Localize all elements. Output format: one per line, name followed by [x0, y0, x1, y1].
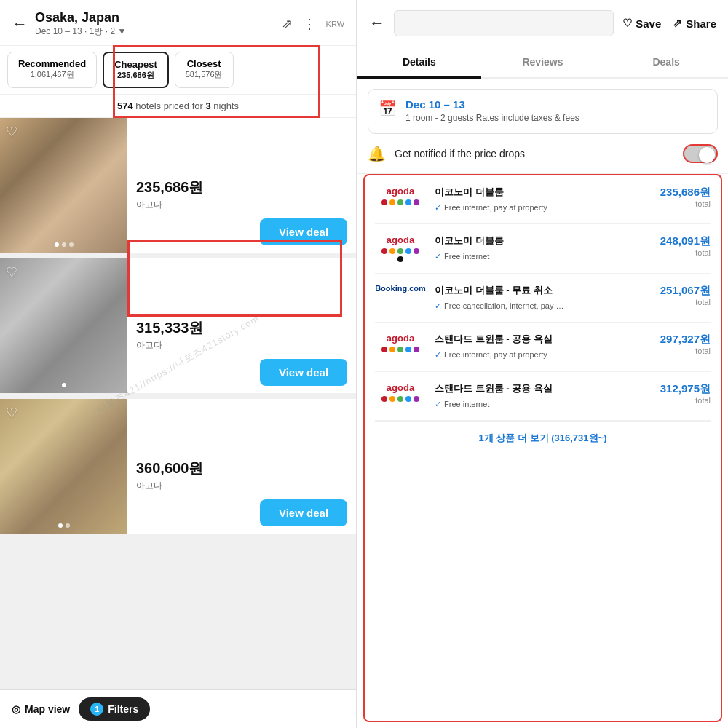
- deal-price: 235,686원: [660, 186, 711, 199]
- sort-bar: Recommended 1,061,467원 Cheapest 235,686원…: [0, 46, 356, 95]
- hotel-price: 315,333원: [136, 318, 347, 338]
- deals-list: agoda 이코노미 더블룸 ✓ Free internet, pay at p…: [363, 174, 722, 722]
- provider-dot: [397, 256, 403, 262]
- view-deal-button[interactable]: View deal: [260, 499, 347, 526]
- currency-label: KRW: [326, 20, 344, 28]
- share-label: Share: [686, 17, 716, 30]
- deal-price-col: 235,686원 total: [660, 186, 711, 208]
- deal-feature-text: Free internet, pay at property: [444, 202, 547, 214]
- hotel-info: 235,686원 아고다 View deal: [127, 118, 356, 253]
- deal-room-name: 스탠다드 트윈룸 - 공용 욕실: [435, 333, 652, 346]
- hotel-image: ♡: [0, 399, 127, 534]
- hotel-name-input: [394, 10, 614, 36]
- map-view-label: Map view: [25, 703, 70, 715]
- more-options-button[interactable]: ⋮: [303, 16, 316, 32]
- provider-logo: agoda: [375, 186, 426, 205]
- chip-cheapest-price: 235,686원: [114, 70, 157, 81]
- view-deal-button[interactable]: View deal: [260, 359, 347, 386]
- chip-closest-label: Closest: [186, 58, 223, 69]
- save-button[interactable]: ♡ Save: [622, 17, 661, 30]
- left-header: ← Osaka, Japan Dec 10 – 13 · 1방 · 2 ▼ ⇗ …: [0, 0, 356, 46]
- filter-count-badge: 1: [90, 703, 103, 716]
- hotel-card: ♡ 360,600원 아고다 View deal: [0, 399, 356, 534]
- check-icon: ✓: [435, 202, 441, 214]
- favorite-icon[interactable]: ♡: [6, 405, 17, 421]
- favorite-icon[interactable]: ♡: [6, 124, 17, 140]
- provider-dot: [405, 396, 411, 402]
- dot-3: [69, 242, 74, 247]
- date-info-box: 📅 Dec 10 – 13 1 room - 2 guests Rates in…: [368, 89, 718, 134]
- check-icon: ✓: [435, 250, 441, 263]
- hotel-list: ♡ 235,686원 아고다 View deal ♡: [0, 118, 356, 689]
- deal-feature-text: Free cancellation, internet, pay …: [444, 300, 563, 312]
- deal-details: 스탠다드 트윈룸 - 공용 욕실 ✓ Free internet, pay at…: [435, 333, 652, 361]
- deal-feature: ✓ Free cancellation, internet, pay …: [435, 300, 652, 312]
- dot-2: [66, 523, 70, 528]
- provider-dot: [381, 199, 387, 205]
- deal-room-name: 스탠다드 트윈룸 - 공용 욕실: [435, 382, 652, 395]
- deal-total: total: [660, 248, 711, 257]
- sort-chip-cheapest[interactable]: Cheapest 235,686원: [103, 52, 169, 88]
- favorite-icon[interactable]: ♡: [6, 264, 17, 280]
- share-button[interactable]: ⇗ Share: [673, 17, 716, 30]
- map-view-button[interactable]: ◎ Map view: [12, 703, 70, 715]
- chip-closest-price: 581,576원: [186, 69, 223, 80]
- right-header: ← ♡ Save ⇗ Share: [357, 0, 728, 47]
- share-icon-button[interactable]: ⇗: [282, 16, 293, 32]
- filters-button[interactable]: 1 Filters: [79, 697, 150, 721]
- sort-chip-recommended[interactable]: Recommended 1,061,467원: [7, 52, 97, 88]
- deal-feature-text: Free internet, pay at property: [444, 349, 547, 361]
- deal-details: 스탠다드 트윈룸 - 공용 욕실 ✓ Free internet: [435, 382, 652, 411]
- right-back-button[interactable]: ←: [369, 14, 385, 33]
- deal-total: total: [660, 347, 711, 355]
- deal-feature: ✓ Free internet: [435, 398, 652, 411]
- hotel-image: ♡: [0, 118, 127, 253]
- view-deal-button[interactable]: View deal: [260, 218, 347, 245]
- provider-dot: [414, 347, 419, 352]
- deal-room-name: 이코노미 더블룸: [435, 186, 652, 199]
- provider-name: agoda: [387, 382, 414, 393]
- tab-reviews[interactable]: Reviews: [481, 47, 605, 79]
- provider-dots: [381, 347, 419, 352]
- hotel-card: ♡ 235,686원 아고다 View deal: [0, 118, 356, 253]
- map-icon: ◎: [12, 703, 20, 715]
- hotel-image: ♡: [0, 258, 127, 393]
- hotel-provider: 아고다: [136, 339, 347, 352]
- price-drop-toggle[interactable]: [683, 144, 718, 163]
- provider-dot: [397, 347, 403, 352]
- deal-price: 251,067원: [660, 284, 711, 298]
- deal-price: 312,975원: [660, 382, 711, 396]
- provider-dots: [379, 248, 422, 262]
- tabs-bar: Details Reviews Deals: [357, 47, 728, 79]
- provider-dot: [397, 396, 403, 402]
- right-header-actions: ♡ Save ⇗ Share: [622, 17, 716, 30]
- deal-feature: ✓ Free internet, pay at property: [435, 349, 652, 361]
- destination-title: Osaka, Japan: [35, 10, 274, 25]
- sort-chip-closest[interactable]: Closest 581,576원: [175, 52, 234, 88]
- more-deals-button[interactable]: 1개 상품 더 보기 (316,731원~): [375, 421, 711, 455]
- provider-name: agoda: [387, 333, 414, 344]
- provider-dot: [389, 347, 395, 352]
- notify-text: Get notified if the price drops: [395, 148, 674, 159]
- hotel-provider: 아고다: [136, 480, 347, 492]
- back-button[interactable]: ←: [12, 15, 28, 33]
- provider-name: agoda: [387, 186, 414, 197]
- provider-dot: [405, 199, 411, 205]
- room-info: 1 room - 2 guests Rates include taxes & …: [405, 112, 579, 124]
- check-icon: ✓: [435, 349, 441, 361]
- deal-feature: ✓ Free internet, pay at property: [435, 202, 652, 214]
- deal-details: 이코노미 더블룸 ✓ Free internet, pay at propert…: [435, 186, 652, 214]
- check-icon: ✓: [435, 300, 441, 312]
- deal-feature-text: Free internet: [444, 250, 489, 263]
- chip-cheapest-label: Cheapest: [114, 59, 157, 70]
- tab-deals[interactable]: Deals: [604, 47, 728, 79]
- hotel-info: 315,333원 아고다 View deal: [127, 258, 356, 393]
- heart-icon: ♡: [622, 17, 632, 30]
- deal-item: agoda 이코노미 더블룸 ✓ Free internet, pay at p…: [375, 175, 711, 225]
- image-dots: [55, 242, 74, 247]
- provider-dot: [389, 396, 395, 402]
- deal-price-col: 297,327원 total: [660, 333, 711, 355]
- deal-room-name: 이코노미 더블룸 - 무료 취소: [435, 284, 652, 297]
- hotels-nights: 3: [205, 100, 210, 111]
- tab-details[interactable]: Details: [357, 47, 481, 79]
